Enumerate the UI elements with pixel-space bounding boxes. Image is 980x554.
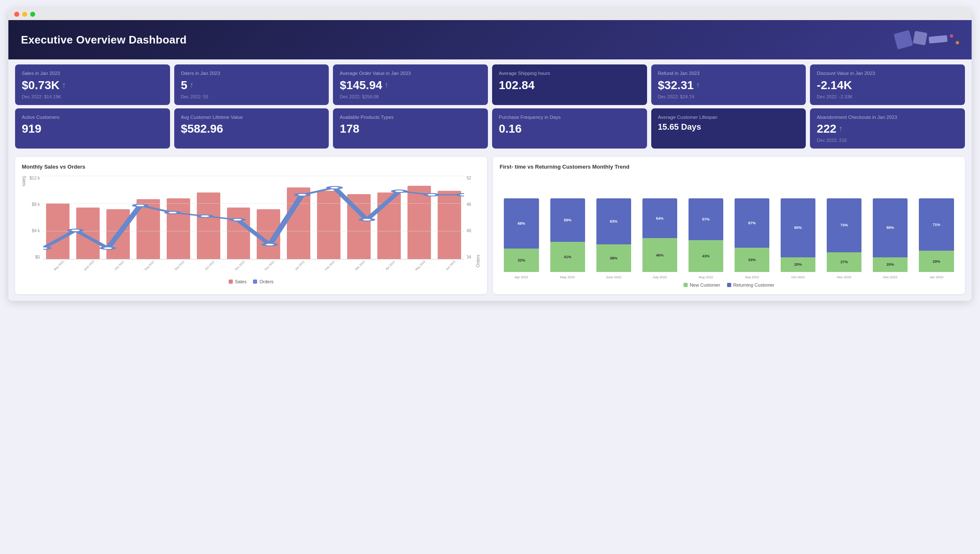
- returning-segment-2: 63%: [596, 198, 631, 244]
- dashboard-title: Executive Overview Dashboard: [21, 33, 187, 46]
- arrow-up-icon: ↑: [385, 81, 389, 90]
- bar-group-4: [164, 176, 193, 259]
- stacked-bar-6: 80%20%: [781, 198, 815, 272]
- close-button[interactable]: [14, 12, 19, 17]
- kpi-card-row2-3: Purchase Frequency in Days 0.16: [492, 108, 647, 149]
- returning-segment-5: 67%: [735, 198, 769, 248]
- stacked-bar-3: 54%46%: [642, 198, 677, 272]
- bar-13: [438, 191, 461, 259]
- stacked-bar-2: 63%38%: [596, 198, 631, 272]
- minimize-button[interactable]: [22, 12, 27, 17]
- kpi-value: $32.31↑: [658, 78, 799, 92]
- stacked-group-9: 71%29%: [915, 180, 958, 272]
- kpi-card-row2-5: Abandonment Checkouts in Jan 2023 222↑ D…: [810, 108, 965, 149]
- stacked-bar-7: 73%27%: [827, 198, 861, 272]
- new-segment-7: 27%: [827, 252, 861, 272]
- returning-segment-4: 57%: [689, 198, 723, 240]
- bars-wrapper: [43, 176, 464, 259]
- stacked-bar-5: 67%33%: [735, 198, 769, 272]
- kpi-label: Active Customers: [22, 114, 163, 121]
- kpi-sub: Dec 2022: 55: [181, 94, 322, 99]
- bar-group-1: [73, 176, 103, 259]
- kpi-value: 222↑: [817, 122, 958, 136]
- header: Executive Overview Dashboard: [8, 20, 972, 59]
- kpi-row-2: Active Customers 919 Avg Customer Lifeti…: [8, 108, 972, 153]
- stacked-x-label-1: May 2022: [546, 275, 589, 279]
- kpi-card-row1-1: Oders in Jan 2023 5↑ Dec 2022: 55: [174, 64, 329, 105]
- bar-6: [227, 208, 250, 259]
- legend-sales: Sales: [229, 279, 247, 284]
- stacked-x-label-3: July 2022: [638, 275, 681, 279]
- kpi-row-1: Sales in Jan 2023 $0.73K↑ Dec 2022: $14.…: [8, 59, 972, 108]
- new-segment-6: 20%: [781, 257, 815, 272]
- bar-0: [46, 203, 70, 259]
- bar-2: [106, 209, 130, 259]
- stacked-x-label-0: Apr 2022: [500, 275, 543, 279]
- new-segment-2: 38%: [596, 244, 631, 272]
- stacked-bar-4: 57%43%: [689, 198, 723, 272]
- chart1-bars-container: [43, 176, 464, 259]
- header-decoration: [895, 32, 959, 48]
- returning-segment-1: 59%: [550, 198, 585, 242]
- grid-line-3: [43, 231, 464, 231]
- kpi-label: Available Products Types: [340, 114, 481, 121]
- bar-group-8: [284, 176, 313, 259]
- y-axis: $12 k $8 k $4 k $0: [28, 176, 43, 259]
- stacked-group-2: 63%38%: [592, 180, 635, 272]
- sales-legend-dot: [229, 280, 233, 284]
- new-segment-3: 46%: [642, 238, 677, 272]
- legend-new-customer: New Customer: [683, 282, 720, 287]
- kpi-label: Discount Value in Jan 2023: [817, 70, 958, 77]
- stacked-bar-8: 80%20%: [873, 198, 908, 272]
- kpi-card-row2-4: Average Customer Lifespan 15.65 Days: [651, 108, 806, 149]
- orders-legend-dot: [253, 280, 257, 284]
- header-accent-dot-2: [956, 41, 959, 44]
- header-shape-3: [928, 35, 947, 44]
- kpi-value: $0.73K↑: [22, 78, 163, 92]
- chart2-legend: New Customer Returning Customer: [500, 282, 958, 287]
- new-segment-1: 41%: [550, 242, 585, 272]
- bar-group-13: [435, 176, 464, 259]
- returning-segment-6: 80%: [781, 198, 815, 257]
- stacked-x-label-2: June 2022: [592, 275, 635, 279]
- bar-5: [197, 192, 220, 259]
- bar-1: [76, 208, 100, 259]
- arrow-up-icon: ↑: [62, 81, 66, 90]
- bar-group-5: [194, 176, 223, 259]
- arrow-up-icon: ↑: [696, 81, 700, 90]
- bar-12: [407, 186, 431, 259]
- legend-orders: Orders: [253, 279, 273, 284]
- stacked-x-label-9: Jan 2023: [915, 275, 958, 279]
- bar-8: [287, 187, 310, 259]
- arrow-up-icon: ↑: [839, 124, 843, 133]
- stacked-group-1: 59%41%: [546, 180, 589, 272]
- kpi-card-row2-2: Available Products Types 178: [333, 108, 488, 149]
- kpi-value: 0.16: [499, 122, 640, 136]
- bar-11: [377, 192, 401, 259]
- chart1-content: May 2022June 2022July 2022Aug 2022Sep 20…: [43, 176, 464, 267]
- bar-group-12: [405, 176, 434, 259]
- stacked-x-label-8: Dec 2022: [869, 275, 912, 279]
- orders-axis-label: Orders: [476, 176, 480, 267]
- kpi-card-row1-5: Discount Value in Jan 2023 -2.14K Dec 20…: [810, 64, 965, 105]
- stacked-x-label-5: Sep 2022: [730, 275, 774, 279]
- stacked-group-4: 57%43%: [684, 180, 727, 272]
- bar-group-10: [344, 176, 374, 259]
- chart1-title: Monthly Sales vs Orders: [22, 164, 480, 170]
- kpi-sub: Dec 2022: $258.08: [340, 94, 481, 99]
- title-bar: [8, 8, 972, 20]
- header-accent-dot: [950, 34, 953, 38]
- new-segment-8: 20%: [873, 257, 908, 272]
- stacked-x-label-6: Oct 2022: [776, 275, 820, 279]
- stacked-bar-9: 71%29%: [919, 198, 954, 272]
- bar-group-2: [103, 176, 133, 259]
- kpi-sub: Dec 2022: $14.19K: [22, 94, 163, 99]
- header-shape-2: [913, 31, 928, 46]
- new-customer-dot: [683, 283, 688, 287]
- kpi-card-row2-0: Active Customers 919: [15, 108, 170, 149]
- charts-section: Monthly Sales vs Orders Sales $12 k $8 k…: [8, 153, 972, 301]
- grid-line-bottom: [43, 259, 464, 259]
- maximize-button[interactable]: [30, 12, 35, 17]
- bar-group-6: [224, 176, 253, 259]
- returning-segment-7: 73%: [827, 198, 861, 252]
